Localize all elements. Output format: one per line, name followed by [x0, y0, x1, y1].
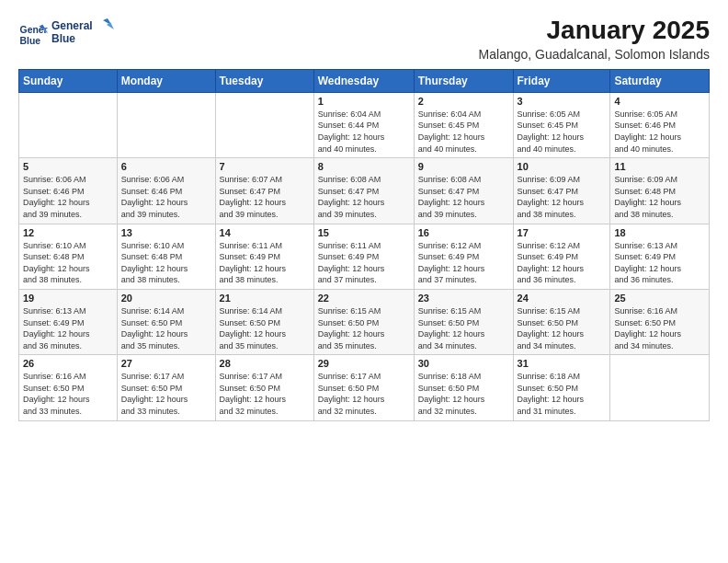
table-row — [610, 355, 710, 420]
day-number: 20 — [121, 293, 211, 304]
day-info: Sunrise: 6:09 AM Sunset: 6:48 PM Dayligh… — [614, 174, 705, 220]
svg-text:Blue: Blue — [51, 32, 75, 45]
day-number: 1 — [318, 96, 410, 107]
day-number: 28 — [220, 358, 310, 369]
table-row: 4Sunrise: 6:05 AM Sunset: 6:46 PM Daylig… — [610, 92, 710, 157]
day-info: Sunrise: 6:15 AM Sunset: 6:50 PM Dayligh… — [418, 305, 509, 351]
table-row: 30Sunrise: 6:18 AM Sunset: 6:50 PM Dayli… — [414, 355, 513, 420]
table-row: 22Sunrise: 6:15 AM Sunset: 6:50 PM Dayli… — [313, 289, 414, 354]
day-info: Sunrise: 6:18 AM Sunset: 6:50 PM Dayligh… — [418, 371, 509, 417]
header-tuesday: Tuesday — [215, 69, 313, 92]
header-thursday: Thursday — [414, 69, 513, 92]
day-number: 22 — [318, 293, 410, 304]
day-info: Sunrise: 6:17 AM Sunset: 6:50 PM Dayligh… — [121, 371, 211, 417]
table-row: 12Sunrise: 6:10 AM Sunset: 6:48 PM Dayli… — [19, 224, 118, 289]
day-info: Sunrise: 6:09 AM Sunset: 6:47 PM Dayligh… — [518, 174, 607, 220]
day-number: 4 — [614, 96, 705, 107]
table-row: 7Sunrise: 6:07 AM Sunset: 6:47 PM Daylig… — [215, 158, 313, 224]
calendar-table: Sunday Monday Tuesday Wednesday Thursday… — [18, 69, 710, 421]
page: General Blue General Blue January 2025 M… — [0, 0, 728, 563]
day-number: 10 — [518, 161, 607, 172]
day-info: Sunrise: 6:10 AM Sunset: 6:48 PM Dayligh… — [121, 240, 211, 286]
table-row: 20Sunrise: 6:14 AM Sunset: 6:50 PM Dayli… — [117, 289, 215, 354]
day-number: 19 — [23, 293, 113, 304]
day-info: Sunrise: 6:12 AM Sunset: 6:49 PM Dayligh… — [518, 240, 607, 286]
table-row: 23Sunrise: 6:15 AM Sunset: 6:50 PM Dayli… — [414, 289, 513, 354]
table-row: 26Sunrise: 6:16 AM Sunset: 6:50 PM Dayli… — [19, 355, 118, 420]
svg-text:General: General — [51, 19, 93, 32]
subtitle: Malango, Guadalcanal, Solomon Islands — [479, 47, 710, 62]
day-info: Sunrise: 6:08 AM Sunset: 6:47 PM Dayligh… — [318, 174, 410, 220]
day-number: 29 — [318, 358, 410, 369]
day-number: 15 — [318, 227, 410, 238]
day-number: 17 — [518, 227, 607, 238]
day-info: Sunrise: 6:10 AM Sunset: 6:48 PM Dayligh… — [23, 240, 113, 286]
calendar-week-4: 19Sunrise: 6:13 AM Sunset: 6:49 PM Dayli… — [19, 289, 710, 354]
day-info: Sunrise: 6:07 AM Sunset: 6:47 PM Dayligh… — [220, 174, 310, 220]
day-info: Sunrise: 6:06 AM Sunset: 6:46 PM Dayligh… — [121, 174, 211, 220]
header-saturday: Saturday — [610, 69, 710, 92]
table-row: 15Sunrise: 6:11 AM Sunset: 6:49 PM Dayli… — [313, 224, 414, 289]
main-title: January 2025 — [479, 17, 710, 45]
table-row: 27Sunrise: 6:17 AM Sunset: 6:50 PM Dayli… — [117, 355, 215, 420]
day-number: 9 — [418, 161, 509, 172]
table-row — [117, 92, 215, 157]
day-info: Sunrise: 6:14 AM Sunset: 6:50 PM Dayligh… — [220, 305, 310, 351]
day-number: 26 — [23, 358, 113, 369]
table-row: 13Sunrise: 6:10 AM Sunset: 6:48 PM Dayli… — [117, 224, 215, 289]
day-info: Sunrise: 6:17 AM Sunset: 6:50 PM Dayligh… — [220, 371, 310, 417]
table-row: 28Sunrise: 6:17 AM Sunset: 6:50 PM Dayli… — [215, 355, 313, 420]
table-row: 21Sunrise: 6:14 AM Sunset: 6:50 PM Dayli… — [215, 289, 313, 354]
day-info: Sunrise: 6:05 AM Sunset: 6:46 PM Dayligh… — [614, 109, 705, 155]
table-row — [19, 92, 118, 157]
day-info: Sunrise: 6:08 AM Sunset: 6:47 PM Dayligh… — [418, 174, 509, 220]
day-info: Sunrise: 6:12 AM Sunset: 6:49 PM Dayligh… — [418, 240, 509, 286]
day-number: 11 — [614, 161, 705, 172]
table-row: 14Sunrise: 6:11 AM Sunset: 6:49 PM Dayli… — [215, 224, 313, 289]
logo-icon: General Blue — [18, 20, 48, 50]
day-number: 31 — [518, 358, 607, 369]
table-row: 17Sunrise: 6:12 AM Sunset: 6:49 PM Dayli… — [513, 224, 610, 289]
day-info: Sunrise: 6:11 AM Sunset: 6:49 PM Dayligh… — [318, 240, 410, 286]
calendar-header-row: Sunday Monday Tuesday Wednesday Thursday… — [19, 69, 710, 92]
logo-text: General Blue — [51, 17, 116, 53]
day-info: Sunrise: 6:16 AM Sunset: 6:50 PM Dayligh… — [23, 371, 113, 417]
day-info: Sunrise: 6:14 AM Sunset: 6:50 PM Dayligh… — [121, 305, 211, 351]
svg-text:Blue: Blue — [20, 36, 41, 46]
day-info: Sunrise: 6:06 AM Sunset: 6:46 PM Dayligh… — [23, 174, 113, 220]
table-row: 24Sunrise: 6:15 AM Sunset: 6:50 PM Dayli… — [513, 289, 610, 354]
header: General Blue General Blue January 2025 M… — [18, 17, 710, 62]
table-row: 11Sunrise: 6:09 AM Sunset: 6:48 PM Dayli… — [610, 158, 710, 224]
table-row: 16Sunrise: 6:12 AM Sunset: 6:49 PM Dayli… — [414, 224, 513, 289]
day-info: Sunrise: 6:11 AM Sunset: 6:49 PM Dayligh… — [220, 240, 310, 286]
calendar-week-3: 12Sunrise: 6:10 AM Sunset: 6:48 PM Dayli… — [19, 224, 710, 289]
day-number: 16 — [418, 227, 509, 238]
table-row: 1Sunrise: 6:04 AM Sunset: 6:44 PM Daylig… — [313, 92, 414, 157]
title-area: January 2025 Malango, Guadalcanal, Solom… — [479, 17, 710, 62]
header-wednesday: Wednesday — [313, 69, 414, 92]
header-sunday: Sunday — [19, 69, 118, 92]
day-info: Sunrise: 6:15 AM Sunset: 6:50 PM Dayligh… — [518, 305, 607, 351]
day-number: 18 — [614, 227, 705, 238]
calendar-week-2: 5Sunrise: 6:06 AM Sunset: 6:46 PM Daylig… — [19, 158, 710, 224]
table-row: 2Sunrise: 6:04 AM Sunset: 6:45 PM Daylig… — [414, 92, 513, 157]
day-info: Sunrise: 6:18 AM Sunset: 6:50 PM Dayligh… — [518, 371, 607, 417]
day-number: 25 — [614, 293, 705, 304]
day-number: 6 — [121, 161, 211, 172]
table-row: 6Sunrise: 6:06 AM Sunset: 6:46 PM Daylig… — [117, 158, 215, 224]
table-row — [215, 92, 313, 157]
table-row: 8Sunrise: 6:08 AM Sunset: 6:47 PM Daylig… — [313, 158, 414, 224]
header-monday: Monday — [117, 69, 215, 92]
table-row: 10Sunrise: 6:09 AM Sunset: 6:47 PM Dayli… — [513, 158, 610, 224]
day-number: 12 — [23, 227, 113, 238]
table-row: 5Sunrise: 6:06 AM Sunset: 6:46 PM Daylig… — [19, 158, 118, 224]
day-info: Sunrise: 6:15 AM Sunset: 6:50 PM Dayligh… — [318, 305, 410, 351]
day-info: Sunrise: 6:17 AM Sunset: 6:50 PM Dayligh… — [318, 371, 410, 417]
day-info: Sunrise: 6:04 AM Sunset: 6:45 PM Dayligh… — [418, 109, 509, 155]
day-info: Sunrise: 6:04 AM Sunset: 6:44 PM Dayligh… — [318, 109, 410, 155]
table-row: 31Sunrise: 6:18 AM Sunset: 6:50 PM Dayli… — [513, 355, 610, 420]
calendar-week-5: 26Sunrise: 6:16 AM Sunset: 6:50 PM Dayli… — [19, 355, 710, 420]
day-number: 24 — [518, 293, 607, 304]
day-number: 3 — [518, 96, 607, 107]
day-number: 2 — [418, 96, 509, 107]
